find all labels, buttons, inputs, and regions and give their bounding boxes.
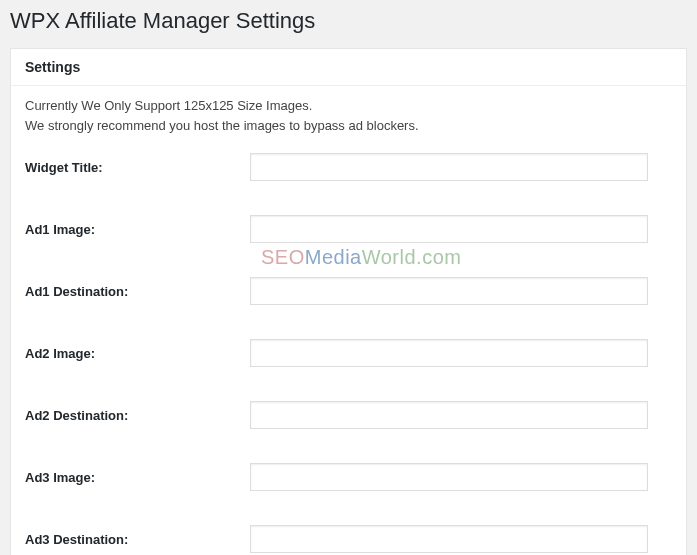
label-ad2-destination: Ad2 Destination: — [25, 408, 250, 423]
row-ad2-destination: Ad2 Destination: — [25, 401, 672, 429]
label-ad3-destination: Ad3 Destination: — [25, 532, 250, 547]
input-ad1-image[interactable] — [250, 215, 648, 243]
input-ad2-destination[interactable] — [250, 401, 648, 429]
watermark-media: Media — [305, 246, 362, 268]
notice-line-2: We strongly recommend you host the image… — [25, 118, 419, 133]
support-notice: Currently We Only Support 125x125 Size I… — [25, 96, 672, 135]
label-ad3-image: Ad3 Image: — [25, 470, 250, 485]
row-ad1-destination: Ad1 Destination: — [25, 277, 672, 305]
row-ad3-destination: Ad3 Destination: — [25, 525, 672, 553]
label-ad1-image: Ad1 Image: — [25, 222, 250, 237]
input-ad1-destination[interactable] — [250, 277, 648, 305]
row-widget-title: Widget Title: — [25, 153, 672, 181]
row-ad1-image: Ad1 Image: — [25, 215, 672, 243]
label-ad2-image: Ad2 Image: — [25, 346, 250, 361]
label-widget-title: Widget Title: — [25, 160, 250, 175]
row-ad2-image: Ad2 Image: — [25, 339, 672, 367]
row-ad3-image: Ad3 Image: — [25, 463, 672, 491]
settings-panel: Settings Currently We Only Support 125x1… — [10, 48, 687, 555]
panel-body: Currently We Only Support 125x125 Size I… — [11, 86, 686, 555]
input-widget-title[interactable] — [250, 153, 648, 181]
watermark-world: World.com — [362, 246, 462, 268]
input-ad3-destination[interactable] — [250, 525, 648, 553]
panel-header: Settings — [11, 49, 686, 86]
input-ad2-image[interactable] — [250, 339, 648, 367]
watermark: SEOMediaWorld.com — [261, 246, 461, 269]
watermark-seo: SEO — [261, 246, 305, 268]
input-ad3-image[interactable] — [250, 463, 648, 491]
notice-line-1: Currently We Only Support 125x125 Size I… — [25, 98, 312, 113]
page-title: WPX Affiliate Manager Settings — [0, 0, 697, 48]
label-ad1-destination: Ad1 Destination: — [25, 284, 250, 299]
